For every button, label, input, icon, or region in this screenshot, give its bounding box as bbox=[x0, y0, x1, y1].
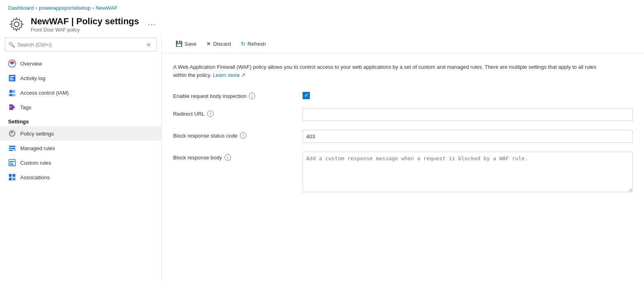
redirect-url-info-icon[interactable]: i bbox=[207, 110, 214, 117]
custom-rules-icon bbox=[8, 159, 16, 167]
form-row-response-body: Block response body i bbox=[173, 152, 633, 193]
sidebar-item-iam[interactable]: Access control (IAM) bbox=[0, 85, 161, 100]
more-options-button[interactable]: ··· bbox=[145, 19, 160, 30]
redirect-url-label-text: Redirect URL bbox=[173, 111, 205, 117]
redirect-url-control bbox=[303, 108, 633, 121]
policy-settings-icon bbox=[8, 129, 16, 138]
sidebar-item-managed-label: Managed rules bbox=[20, 145, 55, 151]
breadcrumb-dashboard[interactable]: Dashboard bbox=[8, 5, 34, 11]
page-subtitle: Front Door WAF policy bbox=[31, 27, 139, 33]
discard-icon: ✕ bbox=[206, 40, 211, 47]
body-inspection-label: Enable request body inspection i bbox=[173, 90, 303, 99]
svg-rect-4 bbox=[10, 76, 15, 77]
sidebar-item-policy-settings[interactable]: Policy settings bbox=[0, 126, 161, 141]
sidebar-item-associations-label: Associations bbox=[20, 174, 50, 180]
sidebar-item-activity-label: Activity log bbox=[20, 75, 45, 81]
svg-point-0 bbox=[14, 22, 19, 27]
save-label: Save bbox=[184, 41, 197, 47]
breadcrumb-newwaf[interactable]: NewWAF bbox=[95, 5, 117, 11]
search-bar-container: 🔍 « bbox=[5, 38, 157, 51]
response-body-textarea[interactable] bbox=[303, 152, 633, 192]
sidebar-item-overview-label: Overview bbox=[20, 61, 42, 67]
iam-icon bbox=[8, 89, 16, 97]
sidebar-item-iam-label: Access control (IAM) bbox=[20, 90, 69, 96]
sidebar: 🔍 « Overview Activity log bbox=[0, 34, 162, 282]
refresh-label: Refresh bbox=[248, 41, 266, 47]
status-code-control bbox=[303, 130, 633, 143]
svg-rect-19 bbox=[10, 163, 13, 163]
body-inspection-control bbox=[303, 90, 633, 99]
main-layout: 🔍 « Overview Activity log bbox=[0, 34, 644, 282]
svg-point-2 bbox=[11, 63, 13, 65]
sidebar-item-overview[interactable]: Overview bbox=[0, 56, 161, 71]
svg-rect-18 bbox=[10, 161, 15, 162]
svg-point-11 bbox=[10, 106, 11, 108]
settings-section-header: Settings bbox=[0, 114, 161, 126]
sidebar-item-associations[interactable]: Associations bbox=[0, 170, 161, 184]
breadcrumb-portal[interactable]: powerappsportalsetup bbox=[39, 5, 91, 11]
sidebar-item-custom-rules[interactable]: Custom rules bbox=[0, 155, 161, 170]
redirect-url-input[interactable] bbox=[303, 108, 633, 121]
svg-point-7 bbox=[9, 90, 13, 93]
discard-label: Discard bbox=[213, 41, 231, 47]
breadcrumb: Dashboard › powerappsportalsetup › NewWA… bbox=[0, 0, 644, 14]
svg-rect-20 bbox=[10, 164, 14, 165]
sidebar-item-tags[interactable]: Tags bbox=[0, 100, 161, 114]
save-button[interactable]: 💾 Save bbox=[172, 38, 201, 49]
associations-icon bbox=[8, 173, 16, 181]
svg-rect-15 bbox=[9, 148, 15, 149]
form-row-body-inspection: Enable request body inspection i bbox=[173, 90, 633, 99]
form-content: A Web Application Firewall (WAF) policy … bbox=[162, 53, 644, 282]
svg-rect-22 bbox=[13, 174, 15, 177]
description-text: A Web Application Firewall (WAF) policy … bbox=[173, 63, 598, 79]
svg-point-10 bbox=[12, 94, 16, 96]
learn-more-link[interactable]: Learn more ↗ bbox=[213, 72, 246, 78]
body-inspection-checkbox[interactable] bbox=[303, 92, 310, 99]
discard-button[interactable]: ✕ Discard bbox=[202, 38, 235, 49]
body-inspection-info-icon[interactable]: i bbox=[249, 93, 255, 99]
gear-icon bbox=[9, 17, 24, 32]
svg-rect-23 bbox=[9, 178, 12, 180]
refresh-icon: ↻ bbox=[241, 40, 246, 47]
page-title-area: NewWAF | Policy settings Front Door WAF … bbox=[31, 16, 139, 33]
toolbar: 💾 Save ✕ Discard ↻ Refresh bbox=[162, 34, 644, 53]
status-code-label: Block response status code i bbox=[173, 130, 303, 139]
svg-rect-14 bbox=[9, 146, 15, 147]
overview-icon bbox=[8, 59, 16, 68]
app-container: Dashboard › powerappsportalsetup › NewWA… bbox=[0, 0, 644, 282]
search-input[interactable] bbox=[17, 42, 142, 48]
svg-rect-16 bbox=[9, 150, 13, 151]
svg-rect-6 bbox=[10, 79, 14, 80]
save-icon: 💾 bbox=[176, 40, 182, 47]
page-title: NewWAF | Policy settings bbox=[31, 16, 139, 27]
sidebar-item-policy-label: Policy settings bbox=[20, 131, 54, 137]
header-icon-area bbox=[8, 16, 25, 33]
sidebar-item-custom-label: Custom rules bbox=[20, 160, 51, 166]
page-header: NewWAF | Policy settings Front Door WAF … bbox=[0, 14, 644, 34]
breadcrumb-sep-1: › bbox=[36, 5, 37, 11]
sidebar-item-activity-log[interactable]: Activity log bbox=[0, 71, 161, 85]
activity-icon bbox=[8, 74, 16, 82]
response-body-info-icon[interactable]: i bbox=[225, 154, 231, 161]
status-code-label-text: Block response status code bbox=[173, 133, 237, 139]
status-code-input[interactable] bbox=[303, 130, 633, 143]
collapse-sidebar-button[interactable]: « bbox=[144, 40, 153, 49]
sidebar-item-managed-rules[interactable]: Managed rules bbox=[0, 141, 161, 155]
redirect-url-label: Redirect URL i bbox=[173, 108, 303, 117]
search-icon: 🔍 bbox=[8, 42, 15, 48]
svg-point-8 bbox=[12, 90, 15, 93]
svg-rect-5 bbox=[10, 78, 13, 78]
tags-icon bbox=[8, 103, 16, 111]
refresh-button[interactable]: ↻ Refresh bbox=[237, 38, 270, 49]
breadcrumb-sep-2: › bbox=[92, 5, 94, 11]
form-row-status-code: Block response status code i bbox=[173, 130, 633, 143]
svg-rect-24 bbox=[13, 178, 15, 180]
form-row-redirect-url: Redirect URL i bbox=[173, 108, 633, 121]
svg-rect-21 bbox=[9, 174, 12, 177]
content-area: 💾 Save ✕ Discard ↻ Refresh A Web Applica… bbox=[162, 34, 644, 282]
body-inspection-label-text: Enable request body inspection bbox=[173, 93, 246, 99]
sidebar-item-tags-label: Tags bbox=[20, 104, 31, 110]
status-code-info-icon[interactable]: i bbox=[240, 132, 246, 139]
response-body-label-text: Block response body bbox=[173, 155, 222, 161]
managed-rules-icon bbox=[8, 144, 16, 152]
